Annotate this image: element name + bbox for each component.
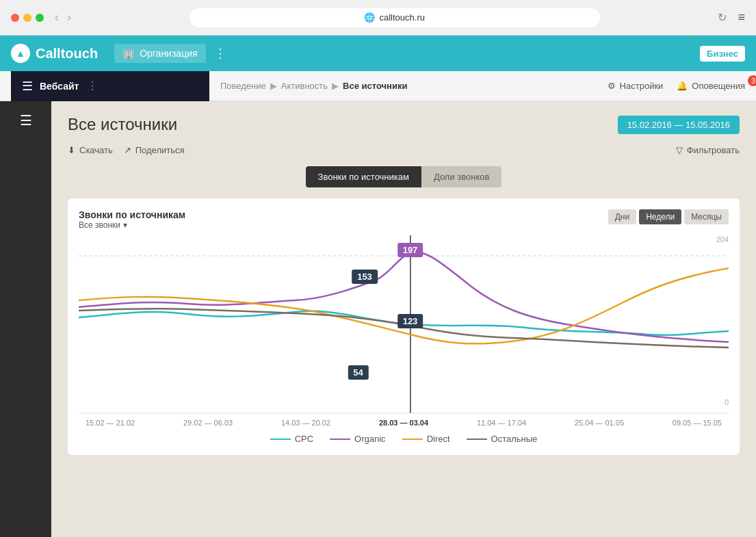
org-more-button[interactable]: ⋮ [214, 46, 226, 61]
x-label-3: 14.03 — 20.02 [281, 419, 330, 427]
chart-header: Звонки по источникам Все звонки ▾ Дни Не… [79, 209, 729, 230]
legend-others-line [467, 438, 487, 440]
browser-nav: ‹ › [55, 10, 71, 25]
website-label: Вебсайт [40, 81, 79, 92]
website-section: ☰ Вебсайт ⋮ [11, 71, 209, 101]
chart-title: Звонки по источникам [79, 209, 185, 220]
breadcrumb-sep-1: ▶ [270, 81, 277, 91]
sub-header: ☰ Вебсайт ⋮ Поведение ▶ Активность ▶ Все… [0, 71, 756, 101]
chart-svg [79, 235, 729, 427]
header-actions: ⚙ Настройки 🔔 Оповещения 3 [608, 81, 745, 91]
back-button[interactable]: ‹ [55, 10, 59, 25]
content-area: Все источники 15.02.2016 — 15.05.2016 ⬇ … [51, 101, 756, 537]
browser-chrome: ‹ › 🌐 calltouch.ru ↻ ≡ [0, 0, 756, 36]
breadcrumb-item-2: Активность [281, 81, 328, 91]
maximize-dot[interactable] [36, 14, 44, 22]
settings-icon: ⚙ [608, 81, 616, 91]
legend-others: Остальные [467, 434, 538, 444]
chart-title-area: Звонки по источникам Все звонки ▾ [79, 209, 185, 230]
sidebar-hamburger[interactable]: ☰ [20, 112, 32, 129]
chart-min-label: 0 [725, 398, 729, 406]
hamburger-icon[interactable]: ☰ [22, 79, 33, 94]
action-buttons: ⬇ Скачать ↗ Поделиться [68, 145, 185, 155]
date-range[interactable]: 15.02.2016 — 15.05.2016 [618, 116, 740, 134]
x-label-5: 11.04 — 17.04 [477, 419, 526, 427]
x-label-2: 29.02 — 06.03 [183, 419, 233, 427]
chevron-down-icon: ▾ [123, 220, 127, 230]
legend-direct-line [402, 438, 423, 440]
period-days-button[interactable]: Дни [608, 209, 636, 224]
legend-direct-label: Direct [427, 434, 450, 444]
tabs-container: Звонки по источникам Доли звонков [68, 166, 740, 187]
page-title: Все источники [68, 115, 177, 134]
chart-max-label: 204 [716, 235, 729, 244]
x-axis: 15.02 — 21.02 29.02 — 06.03 14.03 — 20.0… [79, 419, 729, 427]
legend-organic-line [330, 438, 350, 440]
breadcrumb: Поведение ▶ Активность ▶ Все источники [209, 81, 407, 91]
org-label: Организация [140, 48, 197, 59]
chart-legend: CPC Organic Direct Остальные [79, 434, 729, 444]
chart-subtitle-text: Все звонки [79, 220, 120, 230]
globe-icon: 🌐 [364, 12, 375, 23]
sidebar: ☰ [0, 101, 51, 537]
legend-organic-label: Organic [354, 434, 386, 444]
tab-calls-by-source[interactable]: Звонки по источникам [306, 166, 421, 187]
notification-label: Оповещения [692, 81, 745, 91]
logo-icon: ▲ [11, 44, 30, 63]
notification-badge: 3 [748, 75, 756, 86]
share-label: Поделиться [135, 145, 185, 155]
forward-button[interactable]: › [67, 10, 71, 25]
breadcrumb-sep-2: ▶ [332, 81, 339, 91]
app-header: ▲ Calltouch 🏢 Организация ⋮ Бизнес [0, 36, 756, 71]
legend-direct: Direct [402, 434, 450, 444]
legend-cpc-line [270, 438, 291, 440]
filter-label: Фильтровать [687, 145, 740, 155]
tooltip-cpc: 153 [352, 270, 378, 284]
tooltip-direct: 123 [397, 314, 423, 328]
reload-button[interactable]: ↻ [718, 11, 727, 24]
tab-call-shares[interactable]: Доли звонков [421, 166, 501, 187]
download-button[interactable]: ⬇ Скачать [68, 145, 113, 155]
x-label-6: 25.04 — 01.05 [575, 419, 624, 427]
main-area: ☰ Все источники 15.02.2016 — 15.05.2016 … [0, 101, 756, 537]
breadcrumb-item-1: Поведение [220, 81, 266, 91]
minimize-dot[interactable] [23, 14, 31, 22]
breadcrumb-item-3: Все источники [343, 81, 407, 91]
actions-bar: ⬇ Скачать ↗ Поделиться ▽ Фильтровать [68, 145, 740, 155]
x-label-4: 28.03 — 03.04 [379, 419, 428, 427]
download-label: Скачать [79, 145, 113, 155]
url-text: calltouch.ru [379, 12, 424, 23]
close-dot[interactable] [11, 14, 19, 22]
x-label-1: 15.02 — 21.02 [86, 419, 135, 427]
filter-icon: ▽ [676, 145, 683, 155]
legend-organic: Organic [330, 434, 386, 444]
browser-dots [11, 14, 44, 22]
download-icon: ⬇ [68, 145, 75, 155]
org-icon: 🏢 [122, 48, 134, 59]
period-months-button[interactable]: Месяцы [684, 209, 729, 224]
legend-cpc-label: CPC [295, 434, 313, 444]
url-bar[interactable]: 🌐 calltouch.ru [190, 8, 600, 27]
browser-menu-button[interactable]: ≡ [738, 10, 745, 25]
chart-container: Звонки по источникам Все звонки ▾ Дни Не… [68, 198, 740, 455]
chart-svg-container: 204 0 [79, 235, 729, 427]
org-selector[interactable]: 🏢 Организация [114, 44, 205, 63]
share-button[interactable]: ↗ Поделиться [124, 145, 185, 155]
period-weeks-button[interactable]: Недели [639, 209, 681, 224]
logo-text: Calltouch [36, 46, 98, 62]
page-top: Все источники 15.02.2016 — 15.05.2016 [68, 115, 740, 134]
legend-cpc: CPC [270, 434, 313, 444]
settings-button[interactable]: ⚙ Настройки [608, 81, 664, 91]
tooltip-others: 54 [348, 365, 368, 380]
bell-icon: 🔔 [677, 81, 688, 91]
logo: ▲ Calltouch [11, 44, 98, 63]
website-more-button[interactable]: ⋮ [87, 79, 98, 92]
x-label-7: 09.05 — 15.05 [673, 419, 722, 427]
chart-subtitle-dropdown[interactable]: Все звонки ▾ [79, 220, 185, 230]
share-icon: ↗ [124, 145, 131, 155]
filter-button[interactable]: ▽ Фильтровать [676, 145, 740, 155]
notification-button[interactable]: 🔔 Оповещения 3 [677, 81, 745, 91]
legend-others-label: Остальные [491, 434, 538, 444]
period-buttons: Дни Недели Месяцы [608, 209, 729, 224]
tooltip-organic: 197 [397, 243, 423, 257]
